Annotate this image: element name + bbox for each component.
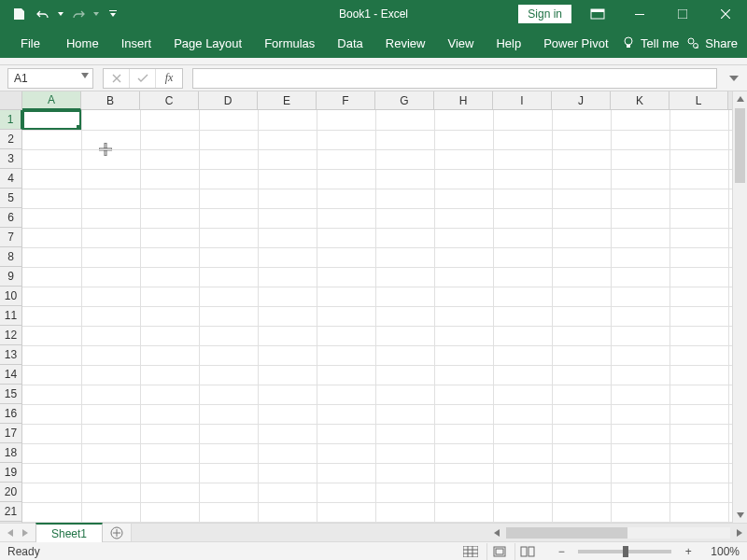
row-header-9[interactable]: 9 [0,267,21,287]
row-header-4[interactable]: 4 [0,169,21,189]
svg-rect-2 [591,9,604,12]
name-box[interactable]: A1 [7,68,93,89]
row-header-15[interactable]: 15 [0,385,21,404]
tab-file[interactable]: File [13,28,55,58]
x-icon [112,74,121,83]
formula-input[interactable] [192,68,717,89]
save-icon [12,7,25,21]
column-header-k[interactable]: K [611,91,669,109]
hscroll-left-button[interactable] [489,529,504,537]
horizontal-scroll-thumb[interactable] [506,527,627,539]
share-button[interactable]: Share [686,36,738,50]
tab-review[interactable]: Review [374,28,437,58]
maximize-button[interactable] [661,0,704,28]
undo-button[interactable] [32,3,54,25]
sheet-tab-active[interactable]: Sheet1 [35,523,103,542]
row-headers: 1 2 3 4 5 6 7 8 9 10 11 12 13 14 15 16 1… [0,110,22,523]
tab-power-pivot[interactable]: Power Pivot [532,28,619,58]
tab-help[interactable]: Help [485,28,532,58]
row-header-10[interactable]: 10 [0,287,21,306]
column-header-g[interactable]: G [375,91,434,109]
active-cell[interactable] [22,110,81,130]
normal-view-button[interactable] [458,543,483,560]
column-header-a[interactable]: A [22,91,81,110]
name-box-dropdown-icon[interactable] [81,73,89,78]
row-header-12[interactable]: 12 [0,326,21,345]
expand-formula-bar-button[interactable] [726,76,741,81]
page-break-view-button[interactable] [514,543,539,560]
enter-formula-button[interactable] [130,69,156,88]
share-icon [686,36,699,49]
column-header-l[interactable]: L [669,91,728,109]
column-header-e[interactable]: E [258,91,317,109]
tab-data[interactable]: Data [326,28,374,58]
doc-name: Book1 [339,7,371,21]
scroll-down-button[interactable] [733,508,747,523]
svg-rect-0 [109,10,117,11]
tell-me-button[interactable]: Tell me [622,36,679,50]
sign-in-button[interactable]: Sign in [518,5,571,23]
redo-button[interactable] [67,3,90,25]
row-header-20[interactable]: 20 [0,483,21,502]
zoom-out-button[interactable]: − [554,545,569,558]
chevron-down-icon [737,512,744,518]
horizontal-scroll-area [131,524,747,541]
close-button[interactable] [704,0,747,28]
tab-insert[interactable]: Insert [110,28,163,58]
zoom-level[interactable]: 100% [711,545,740,558]
vertical-scroll-thumb[interactable] [735,108,745,183]
redo-dropdown-icon[interactable] [92,12,101,16]
column-header-d[interactable]: D [199,91,258,109]
save-button[interactable] [7,3,30,25]
scroll-up-button[interactable] [733,91,747,106]
tab-formulas[interactable]: Formulas [253,28,326,58]
insert-function-button[interactable]: fx [156,69,182,88]
row-header-18[interactable]: 18 [0,443,21,463]
row-header-1[interactable]: 1 [0,110,22,130]
row-header-17[interactable]: 17 [0,424,21,443]
check-icon [137,74,148,83]
minimize-button[interactable] [618,0,661,28]
row-header-16[interactable]: 16 [0,404,21,424]
tab-view[interactable]: View [436,28,485,58]
vertical-scrollbar[interactable] [732,91,747,523]
svg-rect-4 [678,9,687,19]
row-header-11[interactable]: 11 [0,306,21,326]
row-header-8[interactable]: 8 [0,247,21,267]
row-header-3[interactable]: 3 [0,149,21,169]
column-header-b[interactable]: B [81,91,140,109]
column-header-f[interactable]: F [317,91,375,109]
cancel-formula-button[interactable] [104,69,130,88]
sheet-nav-prev-icon[interactable] [7,529,13,537]
row-header-21[interactable]: 21 [0,502,21,522]
horizontal-scrollbar[interactable] [506,527,730,539]
row-header-2[interactable]: 2 [0,130,21,149]
hscroll-right-button[interactable] [732,529,747,537]
row-header-5[interactable]: 5 [0,189,21,208]
zoom-slider[interactable] [578,550,671,553]
tab-home[interactable]: Home [55,28,110,58]
sheet-nav-next-icon[interactable] [22,529,28,537]
app-name: Excel [381,7,408,21]
tab-page-layout[interactable]: Page Layout [162,28,253,58]
zoom-in-button[interactable]: + [681,545,696,558]
ribbon-display-options-button[interactable] [581,0,614,28]
minimize-icon [635,9,644,19]
row-header-13[interactable]: 13 [0,345,21,365]
zoom-slider-knob[interactable] [623,546,628,557]
row-header-19[interactable]: 19 [0,463,21,483]
row-header-14[interactable]: 14 [0,365,21,385]
qat-customize-icon[interactable] [108,10,118,18]
column-header-h[interactable]: H [434,91,493,109]
select-all-corner[interactable] [0,91,22,110]
column-header-i[interactable]: I [493,91,552,109]
column-header-j[interactable]: J [552,91,611,109]
formula-buttons: fx [103,68,183,89]
row-header-7[interactable]: 7 [0,228,21,247]
row-header-6[interactable]: 6 [0,208,21,228]
page-layout-view-button[interactable] [486,543,511,560]
column-header-c[interactable]: C [140,91,199,109]
new-sheet-button[interactable] [103,524,131,541]
cell-grid[interactable] [22,110,732,523]
undo-dropdown-icon[interactable] [56,12,65,16]
